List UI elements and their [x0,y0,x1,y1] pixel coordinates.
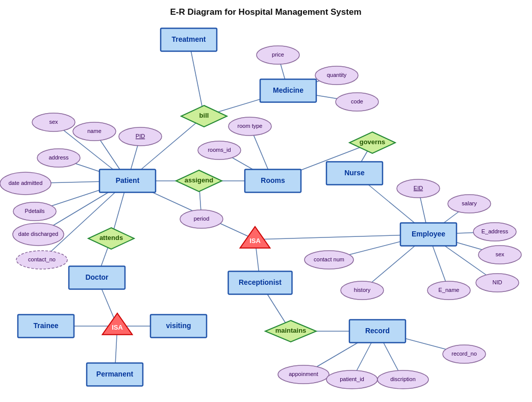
svg-text:code: code [351,98,363,104]
svg-text:Record: Record [365,327,390,335]
er-diagram: E-R Diagram for Hospital Management Syst… [0,0,532,402]
svg-text:Rooms: Rooms [261,176,285,184]
svg-text:record_no: record_no [451,351,477,357]
svg-text:rooms_id: rooms_id [208,147,231,153]
svg-text:Medicine: Medicine [273,86,303,94]
svg-text:E_name: E_name [439,287,460,293]
svg-text:date discharged: date discharged [18,231,58,237]
svg-text:visiting: visiting [166,321,191,330]
svg-text:date admitted: date admitted [9,180,43,186]
svg-text:Treatment: Treatment [172,35,206,43]
svg-text:maintains: maintains [275,327,307,334]
svg-text:Pdetails: Pdetails [24,208,45,214]
svg-text:E_address: E_address [482,228,509,234]
svg-text:sex: sex [495,251,504,257]
svg-text:assigend: assigend [185,176,213,184]
svg-text:period: period [194,216,210,222]
svg-text:Patient: Patient [116,176,140,184]
svg-text:quantity: quantity [327,72,347,78]
svg-text:Nurse: Nurse [344,169,365,177]
svg-text:E-R Diagram for Hospital Manag: E-R Diagram for Hospital Management Syst… [170,7,361,17]
svg-text:name: name [87,128,102,134]
svg-text:price: price [272,51,284,58]
svg-text:contact_no: contact_no [28,256,56,262]
svg-text:attends: attends [99,234,123,242]
svg-text:EID: EID [414,185,423,191]
svg-text:ISA: ISA [112,324,123,331]
svg-text:Trainee: Trainee [33,321,58,330]
svg-text:Receptionist: Receptionist [239,278,282,286]
svg-text:appoinment: appoinment [289,371,318,377]
svg-text:discription: discription [390,376,416,382]
svg-text:Permanent: Permanent [96,370,134,378]
svg-text:governs: governs [360,138,386,146]
svg-text:Doctor: Doctor [85,273,109,281]
svg-text:address: address [48,154,69,160]
svg-text:bill: bill [199,112,209,119]
diagram-container: E-R Diagram for Hospital Management Syst… [0,0,532,402]
svg-text:Employee: Employee [412,230,445,238]
svg-text:NID: NID [493,279,502,285]
svg-text:contact num: contact num [314,256,344,262]
svg-text:PID: PID [136,133,145,139]
svg-text:history: history [354,287,371,293]
svg-text:patient_id: patient_id [340,376,364,382]
svg-text:sex: sex [49,119,58,125]
svg-text:salary: salary [462,200,477,206]
svg-text:ISA: ISA [249,237,261,245]
svg-text:room type: room type [238,123,263,129]
